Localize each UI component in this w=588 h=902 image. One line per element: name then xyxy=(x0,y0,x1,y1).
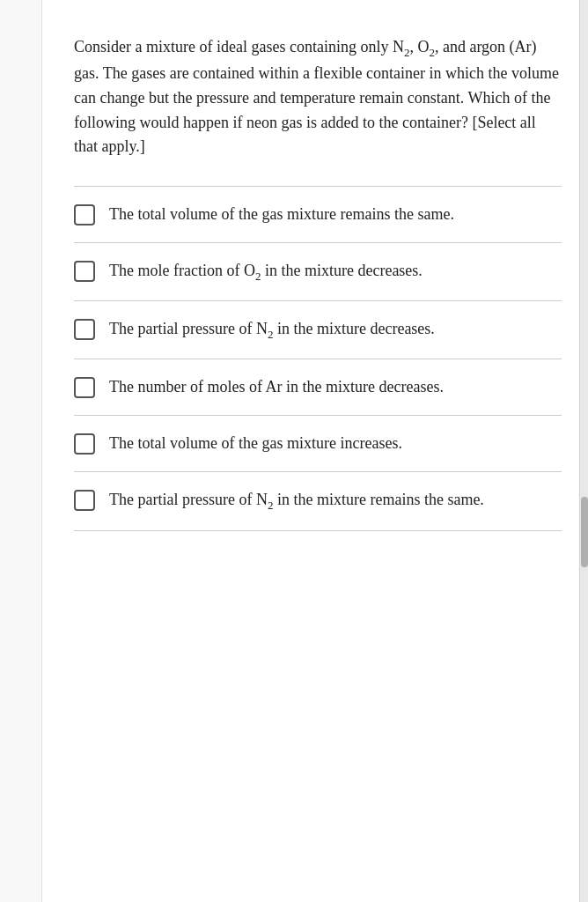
option-text-5: The total volume of the gas mixture incr… xyxy=(109,432,402,455)
checkbox-2[interactable] xyxy=(74,261,95,282)
checkbox-4[interactable] xyxy=(74,377,95,398)
checkbox-5[interactable] xyxy=(74,433,95,455)
options-list: The total volume of the gas mixture rema… xyxy=(74,186,562,530)
checkbox-6[interactable] xyxy=(74,490,95,511)
checkbox-1[interactable] xyxy=(74,204,95,226)
option-item-3[interactable]: The partial pressure of N2 in the mixtur… xyxy=(74,301,562,359)
option-text-4: The number of moles of Ar in the mixture… xyxy=(109,375,444,399)
option-item-4[interactable]: The number of moles of Ar in the mixture… xyxy=(74,359,562,416)
option-item-2[interactable]: The mole fraction of O2 in the mixture d… xyxy=(74,243,562,301)
page-container: Consider a mixture of ideal gases contai… xyxy=(0,0,588,902)
scrollbar[interactable] xyxy=(579,0,588,902)
option-item-6[interactable]: The partial pressure of N2 in the mixtur… xyxy=(74,472,562,530)
question-text: Consider a mixture of ideal gases contai… xyxy=(74,35,562,159)
content-area: Consider a mixture of ideal gases contai… xyxy=(42,0,588,902)
left-bar xyxy=(0,0,42,902)
option-text-6: The partial pressure of N2 in the mixtur… xyxy=(109,488,484,514)
option-item-1[interactable]: The total volume of the gas mixture rema… xyxy=(74,186,562,243)
option-text-2: The mole fraction of O2 in the mixture d… xyxy=(109,259,423,285)
option-text-1: The total volume of the gas mixture rema… xyxy=(109,203,454,226)
option-text-3: The partial pressure of N2 in the mixtur… xyxy=(109,317,435,343)
option-item-5[interactable]: The total volume of the gas mixture incr… xyxy=(74,416,562,472)
scrollbar-thumb[interactable] xyxy=(581,497,588,567)
checkbox-3[interactable] xyxy=(74,319,95,340)
